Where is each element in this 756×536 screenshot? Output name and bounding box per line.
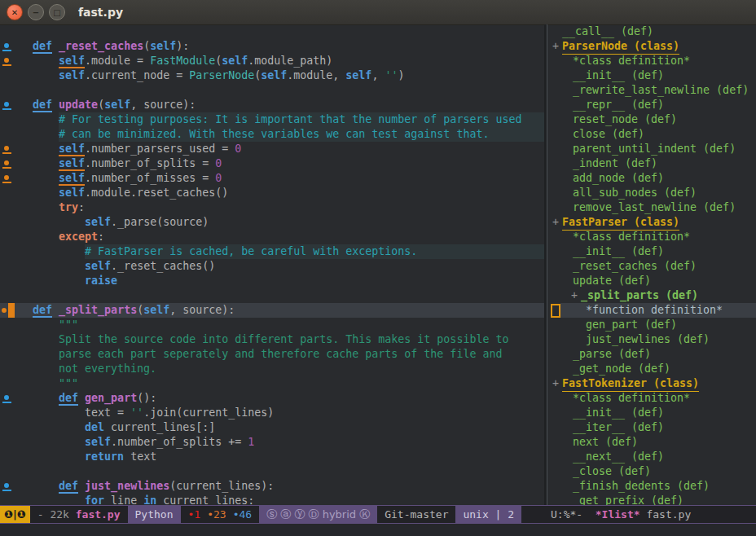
sidebar-item[interactable]: +_split_parts (def) bbox=[547, 288, 756, 303]
sidebar-item[interactable]: __init__ (def) bbox=[547, 406, 756, 420]
sidebar-item[interactable]: *function definition* bbox=[547, 303, 756, 318]
expand-icon[interactable]: + bbox=[552, 39, 559, 54]
code-line[interactable]: Split the source code into different par… bbox=[0, 332, 544, 347]
code-token: 1 bbox=[248, 435, 254, 450]
code-line[interactable]: try: bbox=[0, 200, 544, 215]
sidebar-item[interactable]: reset_node (def) bbox=[547, 112, 756, 127]
sidebar-item[interactable]: +FastParser (class) bbox=[547, 215, 756, 230]
sidebar-item[interactable]: _finish_dedents (def) bbox=[547, 479, 756, 494]
code-line[interactable]: return text bbox=[0, 450, 544, 464]
code-line[interactable]: del current_lines[:] bbox=[0, 420, 544, 435]
code-line[interactable]: def _split_parts(self, source): bbox=[0, 303, 544, 318]
sidebar-item-label: next (def) bbox=[573, 435, 638, 450]
sidebar-item[interactable]: __next__ (def) bbox=[547, 450, 756, 464]
code-token bbox=[7, 332, 59, 347]
code-line[interactable]: self.module = FastModule(self.module_pat… bbox=[0, 54, 544, 68]
ilist-file-name: fast.py bbox=[646, 508, 691, 521]
sidebar-item[interactable]: parent_until_indent (def) bbox=[547, 142, 756, 156]
sidebar-item[interactable]: *class definition* bbox=[547, 391, 756, 406]
code-line[interactable]: text = ''.join(current_lines) bbox=[0, 406, 544, 420]
code-line[interactable] bbox=[0, 288, 544, 303]
code-editor-window[interactable]: def _reset_caches(self): self.module = F… bbox=[0, 24, 544, 505]
sidebar-item[interactable]: update (def) bbox=[547, 274, 756, 288]
minimize-button[interactable]: − bbox=[28, 4, 44, 20]
sidebar-item[interactable]: just_newlines (def) bbox=[547, 332, 756, 347]
code-line[interactable]: def just_newlines(current_lines): bbox=[0, 479, 544, 494]
code-line[interactable]: # can be minimized. With these variables… bbox=[0, 127, 544, 142]
sidebar-item[interactable]: _close (def) bbox=[547, 464, 756, 479]
titlebar: ✕ − □ fast.py bbox=[0, 0, 756, 25]
sidebar-item[interactable]: *class definition* bbox=[547, 54, 756, 68]
code-line[interactable]: except: bbox=[0, 230, 544, 244]
modeline-right[interactable]: U:%*- *Ilist* fast.py bbox=[544, 506, 756, 523]
major-mode-segment[interactable]: Python bbox=[128, 506, 181, 523]
sidebar-item[interactable]: +ParserNode (class) bbox=[547, 39, 756, 54]
imenu-sidebar[interactable]: __call__ (def)+ParserNode (class)*class … bbox=[547, 24, 756, 505]
code-line[interactable]: """ bbox=[0, 318, 544, 332]
sidebar-item[interactable]: __init__ (def) bbox=[547, 68, 756, 83]
maximize-button[interactable]: □ bbox=[49, 4, 65, 20]
flycheck-segment[interactable]: •1•23•46 bbox=[181, 506, 260, 523]
sidebar-item[interactable]: _rewrite_last_newline (def) bbox=[547, 83, 756, 98]
sidebar-item[interactable]: close (def) bbox=[547, 127, 756, 142]
minor-mode-lighters[interactable]: ⓢ ⓐ ⓨ Ⓓ hybrid Ⓚ bbox=[259, 506, 377, 523]
code-line[interactable] bbox=[0, 83, 544, 98]
sidebar-item-label: _finish_dedents (def) bbox=[573, 479, 710, 494]
buffer-info-segment[interactable]: - 22k fast.py bbox=[30, 506, 128, 523]
code-line[interactable]: for line in current_lines: bbox=[0, 494, 544, 505]
code-line[interactable]: self.number_parsers_used = 0 bbox=[0, 142, 544, 156]
code-token: in bbox=[143, 494, 156, 505]
encoding-segment[interactable]: unix | 2 bbox=[455, 506, 521, 523]
code-line[interactable]: self._reset_caches() bbox=[0, 259, 544, 274]
sidebar-item[interactable]: +FastTokenizer (class) bbox=[547, 376, 756, 391]
sidebar-item[interactable]: __iter__ (def) bbox=[547, 420, 756, 435]
sidebar-item[interactable]: remove_last_newline (def) bbox=[547, 200, 756, 215]
code-line[interactable]: self.number_of_splits = 0 bbox=[0, 156, 544, 171]
code-line[interactable]: self.module.reset_caches() bbox=[0, 186, 544, 200]
close-button[interactable]: ✕ bbox=[7, 4, 23, 20]
expand-icon[interactable]: + bbox=[552, 215, 559, 230]
git-branch-segment[interactable]: Git-master bbox=[377, 506, 455, 523]
sidebar-item[interactable]: gen_part (def) bbox=[547, 318, 756, 332]
expand-icon[interactable]: + bbox=[552, 376, 559, 391]
code-line[interactable]: def update(self, source): bbox=[0, 98, 544, 112]
code-token bbox=[7, 347, 59, 362]
sidebar-item[interactable]: _indent (def) bbox=[547, 156, 756, 171]
modeline: ❶|❶ - 22k fast.py Python •1•23•46 ⓢ ⓐ ⓨ … bbox=[0, 505, 756, 524]
code-line[interactable]: raise bbox=[0, 274, 544, 288]
sidebar-item-label: _close (def) bbox=[573, 464, 651, 479]
code-token: ( bbox=[215, 54, 222, 68]
code-line[interactable] bbox=[0, 24, 544, 39]
code-token: .number_parsers_used = bbox=[85, 142, 235, 156]
sidebar-item[interactable]: all_sub_nodes (def) bbox=[547, 186, 756, 200]
sidebar-item[interactable]: *class definition* bbox=[547, 230, 756, 244]
code-line[interactable]: not everything. bbox=[0, 362, 544, 376]
code-line[interactable]: """ bbox=[0, 376, 544, 391]
code-line[interactable]: self.current_node = ParserNode(self.modu… bbox=[0, 68, 544, 83]
code-line[interactable]: # For testing purposes: It is important … bbox=[0, 112, 544, 127]
code-line[interactable]: # FastParser is cached, be careful with … bbox=[0, 244, 544, 259]
echo-area[interactable] bbox=[0, 524, 756, 536]
sidebar-item[interactable]: add_node (def) bbox=[547, 171, 756, 186]
sidebar-item[interactable]: __repr__ (def) bbox=[547, 98, 756, 112]
sidebar-item[interactable]: _parse (def) bbox=[547, 347, 756, 362]
sidebar-item[interactable]: _reset_caches (def) bbox=[547, 259, 756, 274]
code-line[interactable]: def _reset_caches(self): bbox=[0, 39, 544, 54]
code-line[interactable]: self.number_of_splits += 1 bbox=[0, 435, 544, 450]
code-token bbox=[7, 362, 59, 376]
code-token: text bbox=[124, 450, 156, 464]
code-line[interactable]: self._parse(source) bbox=[0, 215, 544, 230]
sidebar-item-label: __init__ (def) bbox=[573, 68, 664, 83]
code-token: self bbox=[222, 54, 248, 68]
code-line[interactable] bbox=[0, 464, 544, 479]
code-token: update bbox=[59, 98, 98, 112]
sidebar-item[interactable]: _get_prefix (def) bbox=[547, 494, 756, 505]
expand-icon[interactable]: + bbox=[571, 288, 578, 303]
code-line[interactable]: def gen_part(): bbox=[0, 391, 544, 406]
sidebar-item[interactable]: __init__ (def) bbox=[547, 244, 756, 259]
code-line[interactable]: parse each part seperately and therefore… bbox=[0, 347, 544, 362]
sidebar-item[interactable]: next (def) bbox=[547, 435, 756, 450]
code-line[interactable]: self.number_of_misses = 0 bbox=[0, 171, 544, 186]
sidebar-item[interactable]: __call__ (def) bbox=[547, 24, 756, 39]
sidebar-item[interactable]: _get_node (def) bbox=[547, 362, 756, 376]
